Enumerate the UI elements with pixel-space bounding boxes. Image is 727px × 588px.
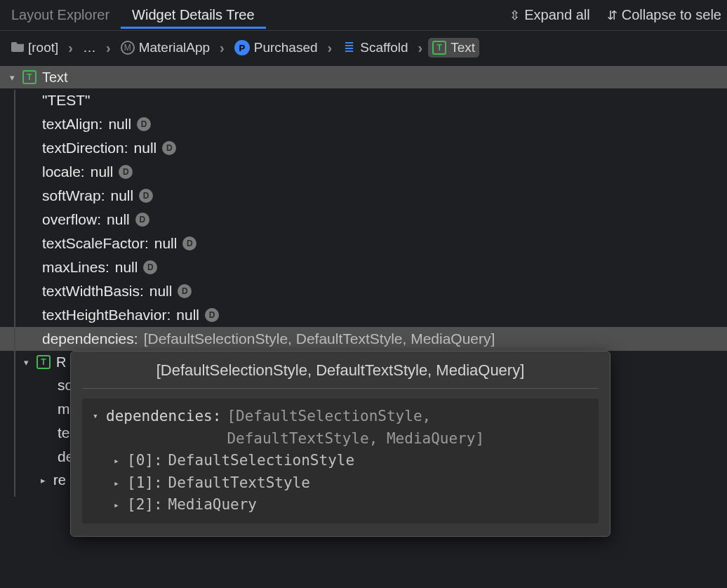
text-widget-icon: T: [22, 70, 36, 84]
prop-row[interactable]: textDirection: null D: [0, 136, 727, 160]
popover-item-value: MediaQuery: [168, 494, 257, 516]
prop-key: locale:: [42, 163, 85, 180]
tab-bar: Layout Explorer Widget Details Tree ⇳ Ex…: [0, 0, 727, 31]
tree-node-label: R: [56, 354, 66, 370]
tree-node-label: re: [53, 472, 66, 488]
default-badge: D: [135, 213, 149, 227]
prop-row[interactable]: textWidthBasis: null D: [0, 279, 727, 303]
popover-item-value: DefaultSelectionStyle: [168, 450, 355, 472]
prop-value: null: [149, 283, 173, 300]
prop-row[interactable]: locale: null D: [0, 160, 727, 184]
default-badge: D: [162, 141, 176, 155]
popover-item-2[interactable]: ▸ [2]: MediaQuery: [91, 494, 590, 516]
breadcrumb: [root] › … › M MaterialApp › P Purchased…: [0, 31, 727, 65]
breadcrumb-materialapp[interactable]: M MaterialApp: [116, 38, 214, 58]
popover-item-index: [0]:: [127, 450, 163, 472]
popover-item-0[interactable]: ▸ [0]: DefaultSelectionStyle: [91, 450, 590, 472]
chevron-right-icon: ›: [328, 41, 333, 55]
popover-dependencies-row[interactable]: ▾ dependencies: [DefaultSelectionStyle, …: [91, 406, 590, 450]
prop-key: textWidthBasis:: [42, 283, 144, 300]
popover-item-index: [2]:: [127, 494, 163, 516]
text-widget-icon: T: [36, 355, 51, 369]
breadcrumb-scaffold-label: Scaffold: [360, 40, 408, 55]
chevron-right-icon: ›: [68, 41, 73, 55]
breadcrumb-purchased-label: Purchased: [254, 40, 318, 55]
popover-value: [DefaultSelectionStyle, DefaultTextStyle…: [227, 406, 590, 450]
breadcrumb-text[interactable]: T Text: [428, 38, 479, 58]
popover-item-value: DefaultTextStyle: [168, 472, 310, 495]
prop-value: null: [110, 187, 133, 204]
popover-key: dependencies:: [106, 406, 221, 428]
prop-value: "TEST": [42, 92, 91, 109]
prop-row[interactable]: textHeightBehavior: null D: [0, 303, 727, 327]
breadcrumb-scaffold[interactable]: ≣ Scaffold: [338, 38, 412, 58]
breadcrumb-ellipsis[interactable]: …: [79, 38, 100, 58]
default-badge: D: [139, 189, 153, 203]
prop-row[interactable]: maxLines: null D: [0, 255, 727, 279]
prop-key: te: [58, 425, 70, 441]
collapse-label: Collapse to sele: [622, 7, 721, 23]
chevron-down-icon[interactable]: ▾: [7, 72, 17, 82]
prop-key: m: [58, 401, 70, 417]
collapse-icon: ⇵: [607, 9, 618, 22]
chevron-right-icon: ›: [220, 41, 225, 55]
popover-title: [DefaultSelectionStyle, DefaultTextStyle…: [82, 361, 599, 389]
prop-key: textHeightBehavior:: [42, 307, 171, 323]
default-badge: D: [143, 260, 157, 274]
default-badge: D: [178, 284, 192, 298]
chevron-right-icon[interactable]: ▸: [112, 456, 121, 466]
prop-key: textAlign:: [42, 116, 102, 133]
expand-all-button[interactable]: ⇳ Expand all: [509, 7, 589, 23]
tree-node-text[interactable]: ▾ T Text: [0, 66, 727, 88]
breadcrumb-text-label: Text: [451, 40, 475, 55]
prop-row[interactable]: textScaleFactor: null D: [0, 232, 727, 255]
default-badge: D: [182, 236, 196, 250]
chevron-down-icon[interactable]: ▾: [21, 357, 31, 367]
prop-key: maxLines:: [42, 259, 109, 276]
prop-value: null: [107, 211, 130, 228]
chevron-right-icon[interactable]: ▸: [112, 500, 121, 510]
breadcrumb-purchased[interactable]: P Purchased: [230, 38, 322, 58]
prop-row-value[interactable]: "TEST": [0, 88, 727, 112]
tab-widget-details[interactable]: Widget Details Tree: [121, 1, 266, 29]
prop-value: null: [108, 116, 131, 133]
prop-key: textDirection:: [42, 140, 128, 156]
tree-node-label: Text: [42, 69, 68, 86]
prop-row-dependencies[interactable]: dependencies: [DefaultSelectionStyle, De…: [0, 327, 727, 351]
chevron-right-icon: ›: [106, 41, 111, 55]
dependencies-popover: [DefaultSelectionStyle, DefaultTextStyle…: [70, 351, 611, 537]
layers-icon: ≣: [342, 41, 356, 55]
expand-all-label: Expand all: [524, 7, 589, 23]
breadcrumb-materialapp-label: MaterialApp: [139, 40, 210, 55]
default-badge: D: [137, 117, 151, 131]
popover-body: ▾ dependencies: [DefaultSelectionStyle, …: [82, 399, 599, 523]
material-icon: M: [121, 41, 135, 55]
prop-row[interactable]: overflow: null D: [0, 208, 727, 232]
prop-key: softWrap:: [42, 187, 105, 204]
chevron-right-icon[interactable]: ▸: [112, 478, 121, 488]
prop-value: null: [134, 140, 157, 156]
prop-value: null: [154, 235, 178, 252]
collapse-button[interactable]: ⇵ Collapse to sele: [607, 7, 721, 23]
prop-value: [DefaultSelectionStyle, DefaultTextStyle…: [144, 330, 495, 347]
tab-layout-explorer[interactable]: Layout Explorer: [0, 1, 121, 29]
expand-icon: ⇳: [509, 9, 520, 22]
breadcrumb-root-label: [root]: [28, 40, 58, 55]
prop-value: null: [91, 163, 114, 180]
prop-row[interactable]: softWrap: null D: [0, 184, 727, 208]
popover-item-1[interactable]: ▸ [1]: DefaultTextStyle: [91, 472, 590, 495]
breadcrumb-root[interactable]: [root]: [7, 38, 62, 58]
prop-key: textScaleFactor:: [42, 235, 149, 252]
text-widget-icon: T: [432, 41, 446, 55]
chevron-right-icon: ›: [418, 41, 423, 55]
p-icon: P: [234, 40, 250, 55]
folder-icon: [11, 40, 24, 55]
default-badge: D: [205, 308, 219, 322]
chevron-down-icon[interactable]: ▾: [91, 411, 100, 421]
prop-row[interactable]: textAlign: null D: [0, 112, 727, 136]
chevron-right-icon[interactable]: ▸: [38, 475, 48, 485]
default-badge: D: [119, 165, 133, 179]
tree-guide-line: [14, 90, 15, 497]
prop-value: null: [115, 259, 138, 276]
prop-value: null: [176, 307, 199, 323]
